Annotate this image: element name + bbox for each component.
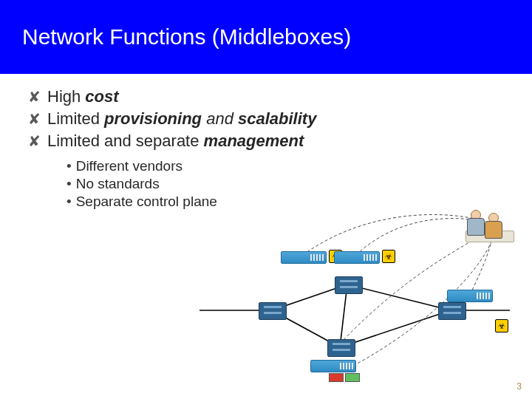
slide-title: Network Functions (Middleboxes): [22, 24, 351, 50]
bullet-dot-icon: •: [66, 176, 72, 191]
router-icon: [438, 302, 466, 320]
module-icon: [329, 373, 344, 382]
firewall-appliance-icon: [281, 251, 327, 264]
bullet-3: ✘ Limited and separate management: [28, 132, 504, 151]
bullet-1: ✘ High cost: [28, 87, 504, 106]
bullet-1-text: High cost: [47, 87, 504, 106]
sub-bullet-2: •No standards: [66, 176, 504, 192]
operators-illustration: [467, 210, 511, 242]
xmark-icon: ✘: [28, 132, 47, 150]
xmark-icon: ✘: [28, 88, 47, 106]
xmark-icon: ✘: [28, 110, 47, 128]
firewall-appliance-icon: [334, 251, 380, 264]
router-icon: [335, 276, 363, 294]
bullet-2: ✘ Limited provisioning and scalability: [28, 109, 504, 129]
hazard-icon: ☣: [382, 250, 395, 263]
slide-body: ✘ High cost ✘ Limited provisioning and s…: [0, 74, 532, 210]
person-icon: [485, 213, 501, 238]
sub-bullet-3: •Separate control plane: [66, 194, 504, 210]
router-icon: [327, 339, 355, 357]
sub-bullet-1: •Different vendors: [66, 158, 504, 174]
title-bar: Network Functions (Middleboxes): [0, 0, 532, 74]
firewall-appliance-icon: [310, 360, 356, 372]
router-icon: [259, 302, 287, 320]
hazard-icon: ☣: [495, 319, 508, 332]
network-diagram: ☣ ☣ ☣: [192, 214, 517, 384]
slide-number: 3: [516, 381, 522, 392]
bullet-dot-icon: •: [66, 158, 72, 174]
bullet-dot-icon: •: [66, 194, 72, 209]
person-icon: [467, 210, 483, 235]
sub-bullets: •Different vendors •No standards •Separa…: [66, 158, 504, 210]
svg-line-5: [340, 310, 451, 347]
svg-line-4: [347, 284, 451, 310]
bullet-3-text: Limited and separate management: [47, 132, 504, 151]
module-icon: [345, 373, 360, 382]
bullet-2-text: Limited provisioning and scalability: [47, 109, 504, 129]
firewall-appliance-icon: [447, 290, 493, 302]
